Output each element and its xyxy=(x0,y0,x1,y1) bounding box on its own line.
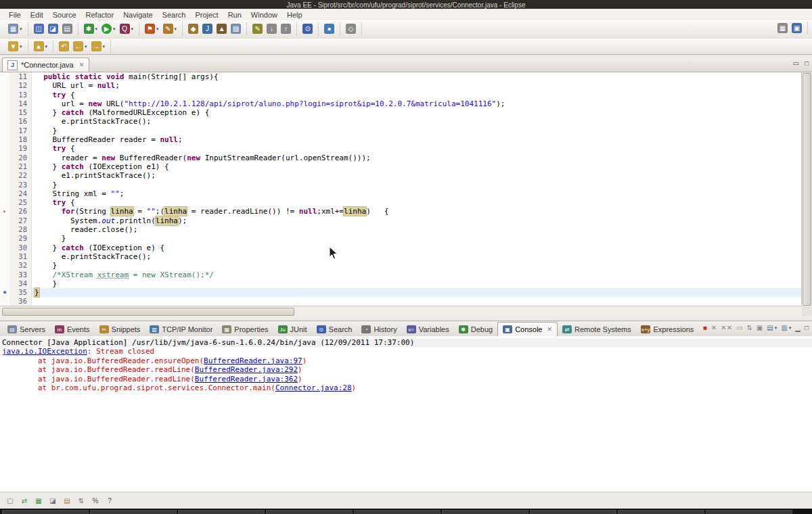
new-wizard-button[interactable]: ▦▾ xyxy=(6,22,24,35)
minimize-panel-button[interactable]: ▁ xyxy=(795,324,800,331)
editor-line[interactable]: ▸26 for(String linha = "";(linha = reade… xyxy=(0,207,802,216)
panel-tab-variables[interactable]: x=Variables xyxy=(402,323,454,336)
maximize-editor-button[interactable]: □ xyxy=(805,60,809,67)
export-jar-button[interactable]: ◆ xyxy=(186,22,200,35)
taskbar-item[interactable] xyxy=(2,510,89,514)
percent-icon[interactable]: % xyxy=(91,496,100,506)
menu-edit[interactable]: Edit xyxy=(26,10,48,20)
previous-edit-position-button[interactable]: ▲▾ xyxy=(32,40,50,53)
panel-tab-snippets[interactable]: ✂Snippets xyxy=(95,323,145,336)
stack-trace-link[interactable]: BufferedReader.java:97 xyxy=(204,356,302,365)
menu-window[interactable]: Window xyxy=(246,10,282,20)
taskbar-item[interactable] xyxy=(266,510,353,514)
editor-line[interactable]: 22 e1.printStackTrace(); xyxy=(0,171,802,180)
menu-source[interactable]: Source xyxy=(48,10,81,20)
previous-annotation-button[interactable]: ↑ xyxy=(279,22,293,35)
copy-icon[interactable]: ◪ xyxy=(48,496,58,506)
mark-occurrences-button[interactable]: ✎ xyxy=(250,22,265,35)
open-console-button[interactable]: ▥▾ xyxy=(781,324,791,331)
editor-line[interactable]: 28 reader.close(); xyxy=(0,225,802,234)
panel-tab-events[interactable]: mEvents xyxy=(50,323,95,336)
menu-navigate[interactable]: Navigate xyxy=(118,10,157,20)
remove-all-launches-button[interactable]: ✕✕ xyxy=(721,324,732,331)
stack-trace-link[interactable]: BufferedReader.java:362 xyxy=(195,375,298,383)
scroll-lock-button[interactable]: ⇅ xyxy=(746,324,752,331)
panel-tab-junit[interactable]: JuJUnit xyxy=(273,323,312,336)
editor-tab-connector[interactable]: J *Connector.java ✕ xyxy=(2,57,89,72)
run-button[interactable]: ▶▾ xyxy=(99,22,118,35)
close-icon[interactable]: ✕ xyxy=(547,326,552,333)
help-icon[interactable]: ? xyxy=(105,496,114,506)
ant-build-button[interactable]: ▲ xyxy=(215,22,229,35)
editor-line[interactable]: 12 URL url = null; xyxy=(0,81,802,90)
display-selected-console-button[interactable]: ▤▾ xyxy=(767,324,777,331)
panel-tab-console[interactable]: ▣Console✕ xyxy=(497,322,558,336)
taskbar-item[interactable] xyxy=(178,510,265,514)
clear-console-button[interactable]: ▭ xyxy=(736,324,742,331)
panel-tab-history[interactable]: ◔History xyxy=(357,323,401,336)
pin-console-button[interactable]: ▣ xyxy=(757,324,763,331)
taskbar-item[interactable] xyxy=(354,510,441,514)
panel-tab-remote-systems[interactable]: ⇄Remote Systems xyxy=(558,323,636,336)
editor-line[interactable]: 15 } catch (MalformedURLException e) { xyxy=(0,108,802,117)
scrollbar-thumb[interactable] xyxy=(2,308,294,316)
menu-help[interactable]: Help xyxy=(282,10,307,20)
panel-tab-tcp-ip-monitor[interactable]: ▥TCP/IP Monitor xyxy=(145,323,217,336)
taskbar-item[interactable] xyxy=(90,510,177,514)
editor-horizontal-scrollbar[interactable] xyxy=(0,306,802,317)
panel-tab-servers[interactable]: ▤Servers xyxy=(3,323,50,336)
editor-line[interactable]: 33 /*XStream xstream = new XStream();*/ xyxy=(0,271,802,279)
editor-line[interactable]: 27 System.out.println(linha); xyxy=(0,216,802,225)
editor-line[interactable]: 29 } xyxy=(0,234,802,243)
back-button[interactable]: ←▾ xyxy=(71,40,89,53)
editor-line[interactable]: 32 } xyxy=(0,261,802,270)
editor-vertical-scrollbar[interactable] xyxy=(801,72,812,306)
maximize-panel-button[interactable]: □ xyxy=(805,324,809,331)
stack-trace-link[interactable]: BufferedReader.java:292 xyxy=(195,365,298,374)
remove-launch-button[interactable]: ✕ xyxy=(711,324,717,331)
next-annotation-button[interactable]: ↓ xyxy=(265,22,279,35)
editor-line[interactable]: 36 xyxy=(0,297,802,306)
menu-project[interactable]: Project xyxy=(190,10,223,20)
menu-run[interactable]: Run xyxy=(223,10,246,20)
search-button[interactable]: ⊙ xyxy=(300,22,315,35)
panel-tab-debug[interactable]: ✱Debug xyxy=(454,323,497,336)
close-icon[interactable]: ✕ xyxy=(79,62,85,68)
taskbar-item[interactable] xyxy=(618,510,704,514)
editor-line[interactable]: 21 } catch (IOException e1) { xyxy=(0,162,802,171)
panel-tab-properties[interactable]: ▦Properties xyxy=(217,323,273,336)
editor-line[interactable]: 16 e.printStackTrace(); xyxy=(0,117,802,126)
editor-line[interactable]: 20 reader = new BufferedReader(new Input… xyxy=(0,154,802,162)
scrollbar-thumb[interactable] xyxy=(803,73,811,306)
editor-line[interactable]: 30 } catch (IOException e) { xyxy=(0,243,802,252)
last-edit-location-button[interactable]: ↶ xyxy=(57,40,71,53)
editor-line[interactable]: 34 } xyxy=(0,279,802,288)
menu-file[interactable]: File xyxy=(4,10,26,20)
stack-trace-link[interactable]: Connector.java:28 xyxy=(275,383,352,392)
editor-line[interactable]: 19 try { xyxy=(0,144,802,153)
taskbar-item[interactable] xyxy=(530,510,616,514)
next-edit-position-button[interactable]: ▼▾ xyxy=(6,40,24,53)
console-output[interactable]: Connector [Java Application] /usr/lib/jv… xyxy=(0,336,812,494)
print-button[interactable]: ▤ xyxy=(60,22,74,35)
editor-line[interactable]: 17 } xyxy=(0,126,802,135)
javadoc-button[interactable]: J xyxy=(200,22,215,35)
editor-line[interactable]: 23 } xyxy=(0,181,802,189)
menu-refactor[interactable]: Refactor xyxy=(81,10,119,20)
external-tools-button[interactable]: ⚑▾ xyxy=(143,22,161,35)
editor-line[interactable]: 14 url = new URL("http://10.2.1.128/api/… xyxy=(0,99,802,108)
deploy-button[interactable]: ▨ xyxy=(229,22,243,35)
clipboard-icon[interactable]: ▤ xyxy=(62,496,72,506)
open-type-button[interactable]: ◇ xyxy=(344,22,358,35)
stack-trace-link[interactable]: java.io.IOException xyxy=(2,347,87,356)
save-all-button[interactable]: ◪ xyxy=(46,22,60,35)
taskbar-item[interactable] xyxy=(442,510,528,514)
save-button[interactable]: ◫ xyxy=(32,22,46,35)
open-perspective-button[interactable]: ▦ xyxy=(775,22,790,34)
panel-tab-search[interactable]: ⊙Search xyxy=(312,323,357,336)
editor-line[interactable]: 18 BufferedReader reader = null; xyxy=(0,135,802,144)
editor-line[interactable]: 11 public static void main(String[] args… xyxy=(0,72,802,81)
grid-icon[interactable]: ▦ xyxy=(34,496,43,506)
new-servlet-button[interactable]: ✎▾ xyxy=(161,22,179,35)
open-web-browser-button[interactable]: ● xyxy=(322,22,336,35)
